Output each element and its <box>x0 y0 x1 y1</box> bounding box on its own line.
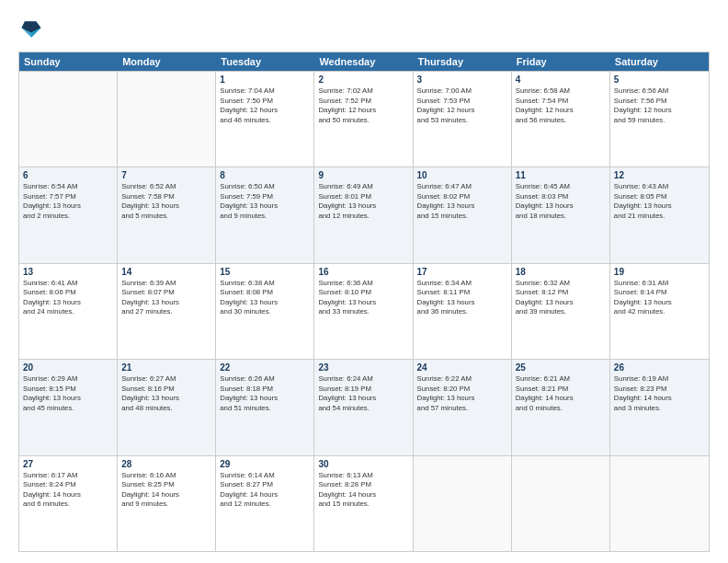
cell-text-line: Sunset: 8:16 PM <box>121 385 211 395</box>
day-number: 29 <box>220 459 310 469</box>
cell-text-line: Daylight: 14 hours <box>121 490 211 500</box>
cell-text-line: Daylight: 13 hours <box>614 201 705 212</box>
logo <box>18 17 48 42</box>
day-number: 19 <box>614 267 705 277</box>
page: SundayMondayTuesdayWednesdayThursdayFrid… <box>0 0 728 563</box>
cell-text-line: Sunrise: 7:00 AM <box>417 86 507 97</box>
cell-text-line: Sunset: 7:58 PM <box>121 192 211 202</box>
cell-text-line: and 27 minutes. <box>121 307 211 317</box>
cell-text-line: Sunset: 7:59 PM <box>220 192 310 202</box>
cell-text-line: Daylight: 13 hours <box>121 298 211 308</box>
weekday-thursday: Thursday <box>414 52 512 71</box>
day-number: 11 <box>516 170 606 180</box>
cell-text-line: and 39 minutes. <box>516 307 606 317</box>
cell-text-line: Daylight: 13 hours <box>121 201 211 212</box>
cell-text-line: Sunrise: 6:24 AM <box>318 374 408 385</box>
cell-text-line: Sunset: 8:08 PM <box>220 288 310 298</box>
cell-text-line: Daylight: 12 hours <box>318 106 408 116</box>
day-number: 9 <box>318 170 408 180</box>
calendar-header: SundayMondayTuesdayWednesdayThursdayFrid… <box>19 52 709 71</box>
calendar-cell <box>414 456 512 551</box>
cell-text-line: Sunrise: 6:17 AM <box>23 471 113 481</box>
day-number: 7 <box>121 170 211 180</box>
cell-text-line: Sunrise: 6:29 AM <box>23 374 113 385</box>
day-number: 2 <box>318 75 408 85</box>
cell-text-line: and 9 minutes. <box>220 212 310 222</box>
cell-text-line: and 12 minutes. <box>220 500 310 510</box>
calendar-cell: 27Sunrise: 6:17 AMSunset: 8:24 PMDayligh… <box>19 456 118 551</box>
cell-text-line: Sunrise: 6:13 AM <box>318 471 408 481</box>
calendar-cell: 23Sunrise: 6:24 AMSunset: 8:19 PMDayligh… <box>314 360 413 454</box>
day-number: 22 <box>220 362 310 373</box>
cell-text-line: Daylight: 13 hours <box>417 298 507 308</box>
cell-text-line: and 5 minutes. <box>121 212 211 222</box>
cell-text-line: Sunrise: 6:47 AM <box>417 182 507 192</box>
calendar-cell: 30Sunrise: 6:13 AMSunset: 8:28 PMDayligh… <box>314 456 413 551</box>
header <box>18 17 710 42</box>
cell-text-line: Daylight: 13 hours <box>220 394 310 404</box>
cell-text-line: Sunrise: 6:14 AM <box>220 471 310 481</box>
cell-text-line: and 45 minutes. <box>23 404 113 414</box>
cell-text-line: Sunset: 8:18 PM <box>220 385 310 395</box>
cell-text-line: Sunset: 7:56 PM <box>614 97 705 107</box>
calendar-cell: 24Sunrise: 6:22 AMSunset: 8:20 PMDayligh… <box>414 360 512 454</box>
cell-text-line: and 6 minutes. <box>23 500 113 510</box>
calendar-cell: 15Sunrise: 6:38 AMSunset: 8:08 PMDayligh… <box>216 264 314 359</box>
calendar-cell: 14Sunrise: 6:39 AMSunset: 8:07 PMDayligh… <box>118 264 216 359</box>
cell-text-line: Daylight: 13 hours <box>417 394 507 404</box>
calendar-cell: 28Sunrise: 6:16 AMSunset: 8:25 PMDayligh… <box>118 456 216 551</box>
calendar-row-2: 6Sunrise: 6:54 AMSunset: 7:57 PMDaylight… <box>19 167 709 262</box>
cell-text-line: Daylight: 13 hours <box>318 394 408 404</box>
cell-text-line: Daylight: 13 hours <box>318 201 408 212</box>
day-number: 26 <box>614 362 705 373</box>
cell-text-line: Sunset: 8:20 PM <box>417 385 507 395</box>
cell-text-line: and 21 minutes. <box>614 212 705 222</box>
cell-text-line: Sunset: 7:50 PM <box>220 97 310 107</box>
cell-text-line: Sunset: 8:15 PM <box>23 385 113 395</box>
cell-text-line: Daylight: 13 hours <box>23 201 113 212</box>
calendar-cell: 11Sunrise: 6:45 AMSunset: 8:03 PMDayligh… <box>512 167 610 262</box>
cell-text-line: and 48 minutes. <box>121 404 211 414</box>
calendar-cell: 5Sunrise: 6:56 AMSunset: 7:56 PMDaylight… <box>610 72 709 167</box>
cell-text-line: and 57 minutes. <box>417 404 507 414</box>
cell-text-line: and 42 minutes. <box>614 307 705 317</box>
cell-text-line: Sunrise: 6:19 AM <box>614 374 705 385</box>
calendar-row-1: 1Sunrise: 7:04 AMSunset: 7:50 PMDaylight… <box>19 71 709 167</box>
cell-text-line: Sunrise: 6:27 AM <box>121 374 211 385</box>
cell-text-line: Sunrise: 6:39 AM <box>121 279 211 289</box>
day-number: 3 <box>417 75 507 85</box>
weekday-sunday: Sunday <box>19 52 118 71</box>
cell-text-line: Sunrise: 6:32 AM <box>516 279 606 289</box>
day-number: 20 <box>23 362 113 373</box>
cell-text-line: Sunrise: 6:43 AM <box>614 182 705 192</box>
cell-text-line: Sunset: 8:24 PM <box>23 480 113 490</box>
cell-text-line: and 15 minutes. <box>417 212 507 222</box>
day-number: 10 <box>417 170 507 180</box>
cell-text-line: Sunrise: 6:45 AM <box>516 182 606 192</box>
calendar-cell <box>118 72 216 167</box>
cell-text-line: Sunset: 8:12 PM <box>516 288 606 298</box>
cell-text-line: Sunset: 8:25 PM <box>121 480 211 490</box>
calendar-row-4: 20Sunrise: 6:29 AMSunset: 8:15 PMDayligh… <box>19 359 709 454</box>
calendar-cell <box>19 72 118 167</box>
cell-text-line: Daylight: 12 hours <box>614 106 705 116</box>
calendar-cell: 25Sunrise: 6:21 AMSunset: 8:21 PMDayligh… <box>512 360 610 454</box>
cell-text-line: Sunrise: 6:26 AM <box>220 374 310 385</box>
calendar-cell: 6Sunrise: 6:54 AMSunset: 7:57 PMDaylight… <box>19 167 118 262</box>
cell-text-line: Sunset: 8:27 PM <box>220 480 310 490</box>
calendar-cell: 17Sunrise: 6:34 AMSunset: 8:11 PMDayligh… <box>414 264 512 359</box>
cell-text-line: Daylight: 12 hours <box>417 106 507 116</box>
cell-text-line: Sunset: 8:23 PM <box>614 385 705 395</box>
cell-text-line: Sunset: 8:11 PM <box>417 288 507 298</box>
day-number: 13 <box>23 267 113 277</box>
calendar-cell: 12Sunrise: 6:43 AMSunset: 8:05 PMDayligh… <box>610 167 709 262</box>
calendar-row-5: 27Sunrise: 6:17 AMSunset: 8:24 PMDayligh… <box>19 455 709 551</box>
day-number: 6 <box>23 170 113 180</box>
calendar-cell: 18Sunrise: 6:32 AMSunset: 8:12 PMDayligh… <box>512 264 610 359</box>
cell-text-line: Sunrise: 6:38 AM <box>220 279 310 289</box>
cell-text-line: Sunrise: 6:34 AM <box>417 279 507 289</box>
cell-text-line: Daylight: 14 hours <box>516 394 606 404</box>
cell-text-line: Sunrise: 6:16 AM <box>121 471 211 481</box>
cell-text-line: Sunrise: 6:52 AM <box>121 182 211 192</box>
cell-text-line: and 30 minutes. <box>220 307 310 317</box>
